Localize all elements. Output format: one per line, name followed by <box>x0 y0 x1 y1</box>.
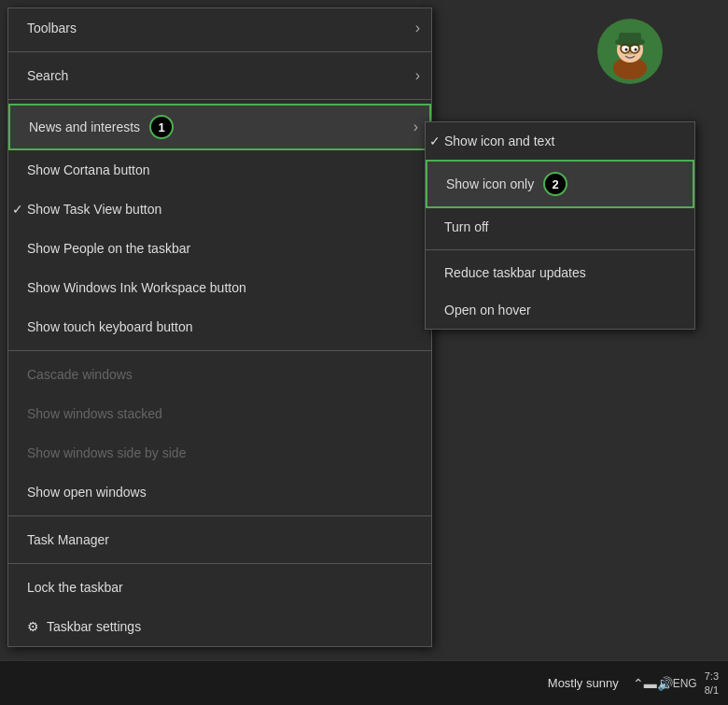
turn-off-label: Turn off <box>444 219 488 234</box>
submenu-item-show-icon-text[interactable]: ✓ Show icon and text <box>426 122 694 160</box>
show-icon-only-label: Show icon only <box>446 176 534 191</box>
news-interests-badge: 1 <box>149 115 174 139</box>
task-manager-label: Task Manager <box>27 532 109 547</box>
news-interests-arrow-icon: › <box>413 119 418 135</box>
separator-2 <box>8 99 431 100</box>
svg-point-6 <box>625 49 628 51</box>
toolbars-label: Toolbars <box>27 21 77 35</box>
menu-item-show-touch[interactable]: Show touch keyboard button <box>8 307 431 346</box>
show-task-view-label: Show Task View button <box>27 202 161 217</box>
avatar <box>597 19 663 84</box>
lock-taskbar-label: Lock the taskbar <box>27 580 123 595</box>
separator-4 <box>8 515 431 516</box>
svg-rect-3 <box>619 33 641 44</box>
show-cortana-label: Show Cortana button <box>27 162 150 177</box>
show-touch-label: Show touch keyboard button <box>27 319 192 334</box>
gear-icon: ⚙ <box>27 619 39 634</box>
show-people-label: Show People on the taskbar <box>27 241 190 256</box>
menu-item-taskbar-settings[interactable]: ⚙ Taskbar settings <box>8 607 431 646</box>
cascade-label: Cascade windows <box>27 367 133 382</box>
search-arrow-icon: › <box>415 67 420 84</box>
taskbar-time-date[interactable]: 7:3 8/1 <box>705 670 719 697</box>
submenu-item-reduce-updates[interactable]: Reduce taskbar updates <box>426 254 694 291</box>
taskbar-time: 7:3 <box>705 670 719 683</box>
separator-5 <box>8 563 431 564</box>
menu-item-task-manager[interactable]: Task Manager <box>8 520 431 559</box>
taskbar-language[interactable]: ENG <box>673 677 697 690</box>
menu-item-show-cortana[interactable]: Show Cortana button <box>8 150 431 190</box>
taskbar-settings-label: Taskbar settings <box>47 619 141 634</box>
menu-item-search[interactable]: Search › <box>8 56 431 95</box>
menu-item-lock-taskbar[interactable]: Lock the taskbar <box>8 568 431 607</box>
taskbar-battery-icon: ▬ <box>644 676 657 691</box>
submenu-separator-1 <box>426 249 694 250</box>
submenu-item-open-hover[interactable]: Open on hover <box>426 291 694 329</box>
taskbar-volume-icon[interactable]: 🔊 <box>657 676 673 691</box>
toolbars-arrow-icon: › <box>415 20 420 36</box>
menu-item-side-by-side: Show windows side by side <box>8 433 431 472</box>
side-by-side-label: Show windows side by side <box>27 445 186 460</box>
news-interests-label: News and interests <box>29 120 140 134</box>
menu-item-cascade: Cascade windows <box>8 355 431 394</box>
menu-item-open-windows[interactable]: Show open windows <box>8 472 431 512</box>
taskbar-date: 8/1 <box>705 684 719 697</box>
menu-item-stacked: Show windows stacked <box>8 394 431 433</box>
menu-item-news-interests[interactable]: News and interests 1 › <box>8 104 431 150</box>
show-icon-text-label: Show icon and text <box>444 134 554 148</box>
context-menu-left: Toolbars › Search › News and interests 1… <box>7 7 432 647</box>
submenu-item-show-icon-only[interactable]: Show icon only 2 <box>426 160 694 208</box>
show-task-view-check-icon: ✓ <box>12 202 23 217</box>
separator-3 <box>8 350 431 351</box>
taskbar-chevron-up-icon[interactable]: ⌃ <box>633 676 644 691</box>
separator-1 <box>8 51 431 52</box>
stacked-label: Show windows stacked <box>27 406 162 421</box>
taskbar: Mostly sunny ⌃ ▬ 🔊 ENG 7:3 8/1 <box>0 660 728 705</box>
show-ink-label: Show Windows Ink Workspace button <box>27 280 246 295</box>
menu-item-show-people[interactable]: Show People on the taskbar <box>8 229 431 268</box>
taskbar-weather: Mostly sunny <box>548 676 619 690</box>
avatar-area <box>597 19 672 93</box>
menu-item-show-ink[interactable]: Show Windows Ink Workspace button <box>8 268 431 307</box>
svg-point-7 <box>635 49 637 51</box>
menu-item-toolbars[interactable]: Toolbars › <box>8 8 431 48</box>
context-menu-right: ✓ Show icon and text Show icon only 2 Tu… <box>425 121 695 330</box>
search-label: Search <box>27 68 68 83</box>
menu-item-show-task-view[interactable]: ✓ Show Task View button <box>8 190 431 229</box>
open-windows-label: Show open windows <box>27 485 147 500</box>
show-icon-text-check-icon: ✓ <box>429 134 441 148</box>
show-icon-only-badge: 2 <box>543 172 567 196</box>
open-hover-label: Open on hover <box>444 303 531 317</box>
submenu-item-turn-off[interactable]: Turn off <box>426 208 694 246</box>
reduce-updates-label: Reduce taskbar updates <box>444 265 586 280</box>
